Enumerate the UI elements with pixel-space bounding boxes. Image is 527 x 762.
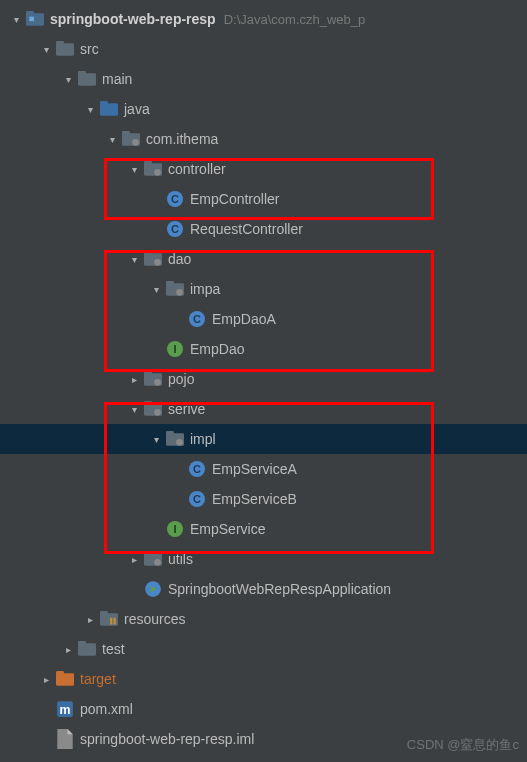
expand-arrow-icon[interactable]: ▾ bbox=[126, 161, 142, 177]
svg-rect-42 bbox=[56, 671, 64, 676]
node-label: RequestController bbox=[190, 221, 303, 237]
expand-arrow-icon[interactable]: ▾ bbox=[148, 431, 164, 447]
node-label: EmpDaoA bbox=[212, 311, 276, 327]
expand-arrow-icon[interactable]: ▾ bbox=[38, 41, 54, 57]
folder-icon bbox=[78, 70, 96, 88]
tree-row-main[interactable]: ▾ main bbox=[0, 64, 527, 94]
tree-row-test[interactable]: ▸ test bbox=[0, 634, 527, 664]
tree-row-impl[interactable]: ▾ impl bbox=[0, 424, 527, 454]
svg-point-14 bbox=[154, 169, 161, 176]
expand-arrow-icon[interactable]: ▾ bbox=[8, 11, 24, 27]
module-folder-icon bbox=[26, 10, 44, 28]
expand-arrow-icon[interactable]: ▾ bbox=[126, 401, 142, 417]
node-label: controller bbox=[168, 161, 226, 177]
collapse-arrow-icon[interactable]: ▸ bbox=[126, 551, 142, 567]
svg-rect-28 bbox=[166, 431, 174, 436]
tree-row-controller[interactable]: ▾ controller bbox=[0, 154, 527, 184]
resources-folder-icon bbox=[100, 610, 118, 628]
tree-row-resources[interactable]: ▸ resources bbox=[0, 604, 527, 634]
class-icon: C bbox=[188, 310, 206, 328]
tree-row-class[interactable]: C EmpDaoA bbox=[0, 304, 527, 334]
tree-row-src[interactable]: ▾ src bbox=[0, 34, 527, 64]
class-icon: C bbox=[188, 490, 206, 508]
node-label: target bbox=[80, 671, 116, 687]
tree-row-package[interactable]: ▾ com.ithema bbox=[0, 124, 527, 154]
svg-rect-2 bbox=[29, 17, 34, 22]
tree-row-interface[interactable]: I EmpDao bbox=[0, 334, 527, 364]
node-label: impl bbox=[190, 431, 216, 447]
interface-icon: I bbox=[166, 340, 184, 358]
tree-row-class[interactable]: C EmpServiceB bbox=[0, 484, 527, 514]
tree-row-application[interactable]: SpringbootWebRepRespApplication bbox=[0, 574, 527, 604]
collapse-arrow-icon[interactable]: ▸ bbox=[82, 611, 98, 627]
node-label: springboot-web-rep-resp.iml bbox=[80, 731, 254, 747]
expand-arrow-icon[interactable]: ▾ bbox=[60, 71, 76, 87]
tree-row-root[interactable]: ▾ springboot-web-rep-resp D:\Java\com.cz… bbox=[0, 4, 527, 34]
node-label: java bbox=[124, 101, 150, 117]
tree-row-dao[interactable]: ▾ dao bbox=[0, 244, 527, 274]
svg-rect-1 bbox=[26, 11, 34, 16]
svg-rect-31 bbox=[144, 551, 152, 556]
package-icon bbox=[166, 430, 184, 448]
node-label: pom.xml bbox=[80, 701, 133, 717]
package-icon bbox=[144, 160, 162, 178]
source-folder-icon bbox=[100, 100, 118, 118]
expand-arrow-icon[interactable]: ▾ bbox=[148, 281, 164, 297]
package-icon bbox=[144, 400, 162, 418]
root-path: D:\Java\com.czh_web_p bbox=[224, 12, 366, 27]
tree-row-java[interactable]: ▾ java bbox=[0, 94, 527, 124]
node-label: test bbox=[102, 641, 125, 657]
folder-icon bbox=[56, 40, 74, 58]
node-label: resources bbox=[124, 611, 185, 627]
node-label: EmpService bbox=[190, 521, 265, 537]
class-icon: C bbox=[166, 220, 184, 238]
svg-rect-4 bbox=[56, 41, 64, 46]
collapse-arrow-icon[interactable]: ▸ bbox=[126, 371, 142, 387]
node-label: utils bbox=[168, 551, 193, 567]
node-label: serive bbox=[168, 401, 205, 417]
node-label: EmpController bbox=[190, 191, 279, 207]
file-icon bbox=[56, 730, 74, 748]
svg-rect-8 bbox=[100, 101, 108, 106]
tree-row-utils[interactable]: ▸ utils bbox=[0, 544, 527, 574]
collapse-arrow-icon[interactable]: ▸ bbox=[60, 641, 76, 657]
tree-row-serive[interactable]: ▾ serive bbox=[0, 394, 527, 424]
tree-row-pojo[interactable]: ▸ pojo bbox=[0, 364, 527, 394]
svg-point-32 bbox=[154, 559, 161, 566]
root-label: springboot-web-rep-resp bbox=[50, 11, 216, 27]
svg-rect-16 bbox=[144, 251, 152, 256]
project-tree[interactable]: ▾ springboot-web-rep-resp D:\Java\com.cz… bbox=[0, 0, 527, 754]
expand-arrow-icon[interactable]: ▾ bbox=[82, 101, 98, 117]
tree-row-interface[interactable]: I EmpService bbox=[0, 514, 527, 544]
tree-row-class[interactable]: C EmpServiceA bbox=[0, 454, 527, 484]
folder-icon bbox=[78, 640, 96, 658]
node-label: dao bbox=[168, 251, 191, 267]
package-icon bbox=[144, 550, 162, 568]
svg-rect-36 bbox=[100, 611, 108, 616]
expand-arrow-icon[interactable]: ▾ bbox=[126, 251, 142, 267]
tree-row-impa[interactable]: ▾ impa bbox=[0, 274, 527, 304]
svg-rect-13 bbox=[144, 161, 152, 166]
node-label: src bbox=[80, 41, 99, 57]
node-label: EmpDao bbox=[190, 341, 244, 357]
svg-point-26 bbox=[154, 409, 161, 416]
svg-rect-40 bbox=[78, 641, 86, 646]
collapse-arrow-icon[interactable]: ▸ bbox=[38, 671, 54, 687]
svg-rect-37 bbox=[110, 618, 112, 625]
svg-point-17 bbox=[154, 259, 161, 266]
svg-point-29 bbox=[176, 439, 183, 446]
node-label: com.ithema bbox=[146, 131, 218, 147]
svg-rect-19 bbox=[166, 281, 174, 286]
node-label: EmpServiceA bbox=[212, 461, 297, 477]
svg-rect-6 bbox=[78, 71, 86, 76]
tree-row-pom[interactable]: m pom.xml bbox=[0, 694, 527, 724]
svg-text:m: m bbox=[60, 703, 71, 717]
tree-row-class[interactable]: C RequestController bbox=[0, 214, 527, 244]
excluded-folder-icon bbox=[56, 670, 74, 688]
tree-row-class[interactable]: C EmpController bbox=[0, 184, 527, 214]
class-icon: C bbox=[188, 460, 206, 478]
expand-arrow-icon[interactable]: ▾ bbox=[104, 131, 120, 147]
svg-rect-38 bbox=[114, 618, 116, 625]
tree-row-target[interactable]: ▸ target bbox=[0, 664, 527, 694]
node-label: SpringbootWebRepRespApplication bbox=[168, 581, 391, 597]
